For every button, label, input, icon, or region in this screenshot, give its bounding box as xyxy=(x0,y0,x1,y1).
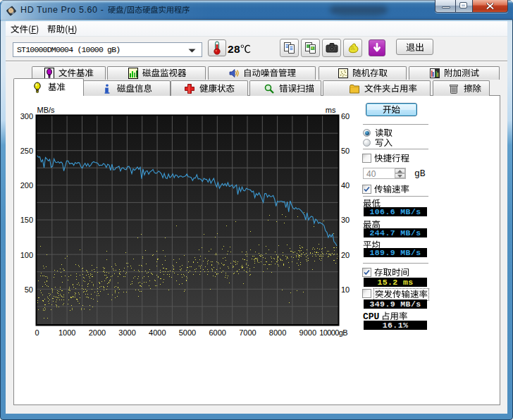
svg-text:9000: 9000 xyxy=(299,328,316,337)
svg-text:5000: 5000 xyxy=(179,328,196,337)
svg-text:30: 30 xyxy=(341,216,350,224)
svg-text:200: 200 xyxy=(20,181,33,190)
svg-text:6000: 6000 xyxy=(209,328,225,337)
svg-text:8000: 8000 xyxy=(269,328,286,337)
svg-text:MB/s: MB/s xyxy=(37,106,56,114)
svg-text:4000: 4000 xyxy=(149,328,166,337)
svg-text:300: 300 xyxy=(20,112,33,121)
svg-text:7000: 7000 xyxy=(239,328,256,337)
svg-text:150: 150 xyxy=(20,216,33,224)
svg-text:ms: ms xyxy=(326,106,336,114)
svg-text:1000: 1000 xyxy=(58,328,75,337)
svg-text:50: 50 xyxy=(25,285,33,294)
svg-text:250: 250 xyxy=(20,147,33,155)
svg-text:10000gB: 10000gB xyxy=(319,328,347,337)
svg-text:60: 60 xyxy=(341,112,350,121)
svg-text:50: 50 xyxy=(341,147,350,155)
svg-text:20: 20 xyxy=(341,251,350,259)
svg-text:40: 40 xyxy=(341,181,350,190)
svg-text:0: 0 xyxy=(35,328,39,337)
svg-text:3000: 3000 xyxy=(118,328,135,337)
svg-text:100: 100 xyxy=(20,251,33,259)
svg-text:2000: 2000 xyxy=(89,328,106,337)
svg-text:10: 10 xyxy=(341,285,350,294)
